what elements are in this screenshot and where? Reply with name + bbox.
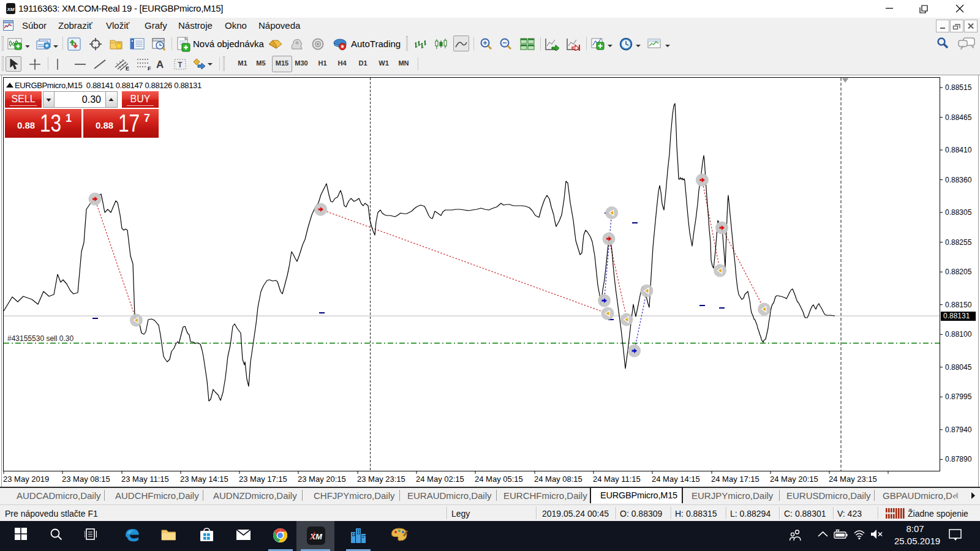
svg-text:XM: XM: [309, 532, 323, 541]
